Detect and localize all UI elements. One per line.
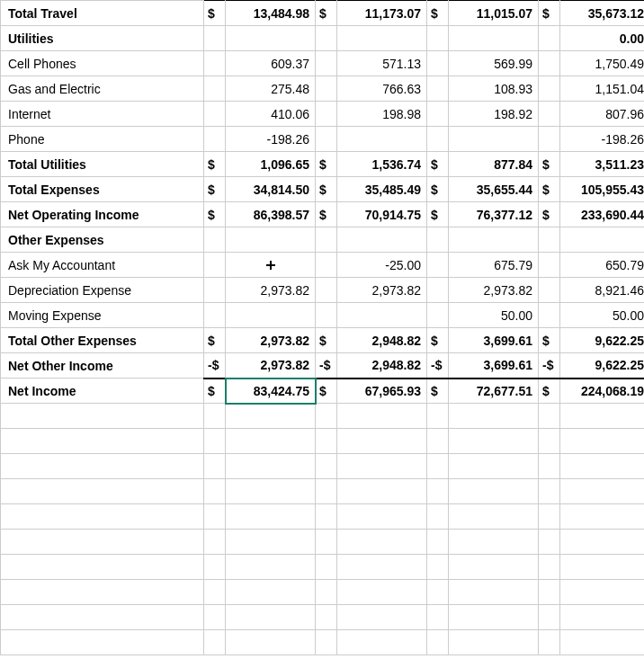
table-row[interactable] bbox=[1, 404, 645, 429]
empty-cell[interactable] bbox=[316, 504, 337, 530]
empty-cell[interactable] bbox=[539, 454, 560, 479]
value-cell[interactable]: -198.26 bbox=[226, 127, 316, 152]
empty-cell[interactable] bbox=[204, 504, 226, 530]
value-cell[interactable] bbox=[337, 227, 427, 253]
currency-symbol[interactable] bbox=[204, 51, 226, 76]
empty-cell[interactable] bbox=[316, 580, 337, 605]
row-label[interactable]: Other Expenses bbox=[1, 227, 204, 253]
currency-symbol[interactable] bbox=[204, 278, 226, 303]
currency-symbol[interactable] bbox=[204, 76, 226, 102]
value-cell[interactable]: 3,699.61 bbox=[449, 353, 539, 378]
value-cell[interactable]: 70,914.75 bbox=[337, 202, 427, 227]
row-label[interactable]: Net Income bbox=[1, 378, 204, 404]
value-cell[interactable] bbox=[226, 253, 316, 278]
empty-cell[interactable] bbox=[427, 504, 449, 530]
currency-symbol[interactable]: $ bbox=[539, 202, 560, 227]
value-cell[interactable]: 198.92 bbox=[449, 102, 539, 127]
empty-cell[interactable] bbox=[337, 479, 427, 504]
empty-cell[interactable] bbox=[1, 580, 204, 605]
row-label[interactable]: Phone bbox=[1, 127, 204, 152]
value-cell[interactable]: 3,699.61 bbox=[449, 328, 539, 353]
empty-cell[interactable] bbox=[427, 555, 449, 580]
currency-symbol[interactable]: -$ bbox=[427, 353, 449, 378]
value-cell[interactable]: 1,750.49 bbox=[560, 51, 645, 76]
row-label[interactable]: Total Expenses bbox=[1, 177, 204, 202]
empty-cell[interactable] bbox=[427, 479, 449, 504]
currency-symbol[interactable]: $ bbox=[427, 177, 449, 202]
empty-cell[interactable] bbox=[427, 404, 449, 429]
empty-cell[interactable] bbox=[316, 479, 337, 504]
row-label[interactable]: Total Other Expenses bbox=[1, 328, 204, 353]
value-cell[interactable]: 67,965.93 bbox=[337, 378, 427, 404]
empty-cell[interactable] bbox=[1, 630, 204, 655]
empty-cell[interactable] bbox=[226, 605, 316, 630]
empty-cell[interactable] bbox=[560, 630, 645, 655]
currency-symbol[interactable] bbox=[539, 26, 560, 51]
currency-symbol[interactable] bbox=[316, 253, 337, 278]
empty-cell[interactable] bbox=[316, 454, 337, 479]
empty-cell[interactable] bbox=[1, 404, 204, 429]
value-cell[interactable] bbox=[337, 127, 427, 152]
empty-cell[interactable] bbox=[204, 479, 226, 504]
value-cell[interactable]: 9,622.25 bbox=[560, 353, 645, 378]
empty-cell[interactable] bbox=[560, 605, 645, 630]
value-cell[interactable]: 83,424.75 bbox=[226, 378, 316, 404]
empty-cell[interactable] bbox=[1, 605, 204, 630]
empty-cell[interactable] bbox=[1, 479, 204, 504]
empty-cell[interactable] bbox=[539, 580, 560, 605]
currency-symbol[interactable]: $ bbox=[427, 202, 449, 227]
table-row[interactable]: Net Income$83,424.75$67,965.93$72,677.51… bbox=[1, 378, 645, 404]
currency-symbol[interactable] bbox=[204, 102, 226, 127]
currency-symbol[interactable] bbox=[316, 26, 337, 51]
empty-cell[interactable] bbox=[1, 454, 204, 479]
empty-cell[interactable] bbox=[539, 605, 560, 630]
currency-symbol[interactable] bbox=[427, 127, 449, 152]
currency-symbol[interactable]: $ bbox=[539, 378, 560, 404]
value-cell[interactable] bbox=[337, 26, 427, 51]
empty-cell[interactable] bbox=[539, 504, 560, 530]
empty-cell[interactable] bbox=[337, 454, 427, 479]
value-cell[interactable]: 410.06 bbox=[226, 102, 316, 127]
empty-cell[interactable] bbox=[337, 580, 427, 605]
empty-cell[interactable] bbox=[226, 555, 316, 580]
empty-cell[interactable] bbox=[316, 605, 337, 630]
value-cell[interactable]: 233,690.44 bbox=[560, 202, 645, 227]
currency-symbol[interactable] bbox=[427, 51, 449, 76]
value-cell[interactable] bbox=[226, 303, 316, 328]
value-cell[interactable]: 569.99 bbox=[449, 51, 539, 76]
empty-cell[interactable] bbox=[427, 530, 449, 555]
currency-symbol[interactable] bbox=[316, 227, 337, 253]
empty-cell[interactable] bbox=[226, 580, 316, 605]
row-label[interactable]: Utilities bbox=[1, 26, 204, 51]
empty-cell[interactable] bbox=[560, 404, 645, 429]
row-label[interactable]: Total Travel bbox=[1, 1, 204, 26]
table-row[interactable]: Ask My Accountant-25.00675.79650.79 bbox=[1, 253, 645, 278]
table-row[interactable] bbox=[1, 605, 645, 630]
empty-cell[interactable] bbox=[449, 630, 539, 655]
value-cell[interactable]: 1,096.65 bbox=[226, 152, 316, 177]
currency-symbol[interactable] bbox=[204, 253, 226, 278]
empty-cell[interactable] bbox=[539, 429, 560, 454]
value-cell[interactable]: 2,973.82 bbox=[226, 278, 316, 303]
currency-symbol[interactable] bbox=[427, 26, 449, 51]
currency-symbol[interactable]: $ bbox=[316, 202, 337, 227]
table-row[interactable]: Total Expenses$34,814.50$35,485.49$35,65… bbox=[1, 177, 645, 202]
empty-cell[interactable] bbox=[539, 479, 560, 504]
empty-cell[interactable] bbox=[226, 630, 316, 655]
table-row[interactable]: Total Utilities$1,096.65$1,536.74$877.84… bbox=[1, 152, 645, 177]
currency-symbol[interactable] bbox=[316, 51, 337, 76]
row-label[interactable]: Ask My Accountant bbox=[1, 253, 204, 278]
empty-cell[interactable] bbox=[316, 429, 337, 454]
empty-cell[interactable] bbox=[539, 555, 560, 580]
value-cell[interactable]: 275.48 bbox=[226, 76, 316, 102]
table-row[interactable]: Total Other Expenses$2,973.82$2,948.82$3… bbox=[1, 328, 645, 353]
empty-cell[interactable] bbox=[337, 504, 427, 530]
value-cell[interactable]: 198.98 bbox=[337, 102, 427, 127]
currency-symbol[interactable]: $ bbox=[316, 1, 337, 26]
empty-cell[interactable] bbox=[449, 479, 539, 504]
empty-cell[interactable] bbox=[337, 429, 427, 454]
empty-cell[interactable] bbox=[204, 555, 226, 580]
empty-cell[interactable] bbox=[449, 429, 539, 454]
table-row[interactable]: Gas and Electric275.48766.63108.931,151.… bbox=[1, 76, 645, 102]
value-cell[interactable]: 50.00 bbox=[449, 303, 539, 328]
